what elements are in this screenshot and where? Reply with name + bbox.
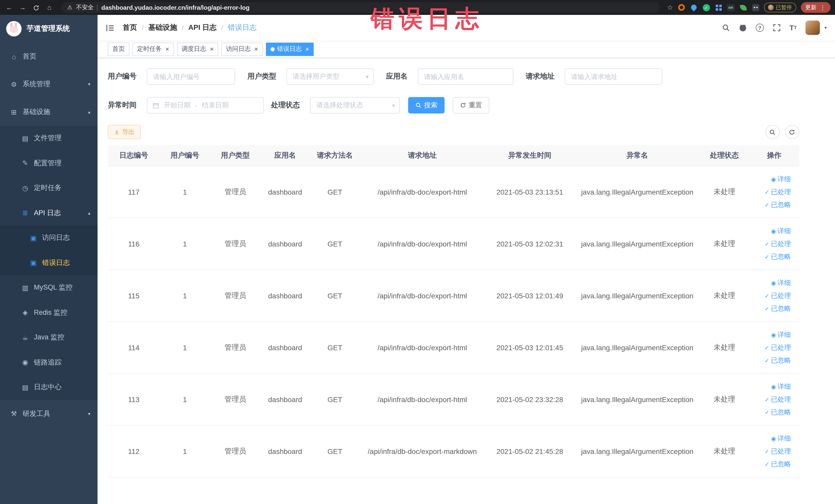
detail-link[interactable]: ◉详细 bbox=[771, 434, 791, 443]
sidebar-item-access-log[interactable]: ▣ 访问日志 bbox=[0, 225, 98, 250]
paw-extension-icon[interactable] bbox=[752, 4, 759, 11]
fullscreen-icon[interactable] bbox=[773, 24, 781, 32]
eye-icon: ◉ bbox=[771, 332, 776, 338]
user-avatar[interactable] bbox=[806, 21, 820, 35]
sidebar-item-dev-tools[interactable]: ⚒ 研发工具 ▾ bbox=[0, 400, 98, 427]
cell-actions: ◉详细✓已处理✓已忽略 bbox=[749, 218, 799, 270]
github-icon[interactable] bbox=[739, 24, 747, 32]
tab-close-icon[interactable]: × bbox=[305, 46, 309, 53]
browser-menu-icon[interactable]: ⋮ bbox=[820, 4, 826, 11]
processed-link[interactable]: ✓已处理 bbox=[765, 395, 791, 404]
processed-link[interactable]: ✓已处理 bbox=[765, 291, 791, 300]
bookmark-star-icon[interactable]: ☆ bbox=[667, 4, 673, 11]
sidebar-item-java[interactable]: ☕ Java 监控 bbox=[0, 325, 98, 350]
ignored-link[interactable]: ✓已忽略 bbox=[765, 252, 791, 261]
processed-link[interactable]: ✓已处理 bbox=[765, 239, 791, 248]
sidebar-item-config[interactable]: ✎ 配置管理 bbox=[0, 151, 98, 176]
forward-icon[interactable]: → bbox=[18, 4, 27, 11]
security-label[interactable]: 不安全 bbox=[76, 4, 94, 11]
export-button[interactable]: 导出 bbox=[108, 125, 141, 139]
request-url-input[interactable] bbox=[565, 68, 662, 85]
ignored-link[interactable]: ✓已忽略 bbox=[765, 408, 791, 417]
url-text[interactable]: dashboard.yudao.iocoder.cn/infra/log/api… bbox=[101, 4, 249, 11]
java-icon: ☕ bbox=[21, 334, 29, 341]
chevron-down-icon: ▾ bbox=[392, 102, 395, 108]
sidebar-item-redis[interactable]: ◈ Redis 监控 bbox=[0, 300, 98, 325]
breadcrumb-item[interactable]: 基础设施 bbox=[148, 23, 177, 32]
detail-link[interactable]: ◉详细 bbox=[771, 278, 791, 287]
user-id-input[interactable] bbox=[147, 68, 235, 85]
tab-错误日志[interactable]: 错误日志 × bbox=[266, 42, 314, 56]
tab-访问日志[interactable]: 访问日志 × bbox=[221, 42, 263, 56]
sidebar-item-job[interactable]: ◷ 定时任务 bbox=[0, 176, 98, 201]
browser-update-button[interactable]: 更新 ⋮ bbox=[801, 2, 830, 13]
detail-link[interactable]: ◉详细 bbox=[771, 382, 791, 391]
tampermonkey-paused-badge[interactable]: 已暂停 bbox=[764, 3, 796, 12]
sidebar-menu: ⌂ 首页 ⚙ 系统管理 ▾ ⊞ 基础设施 ▴ ▤ 文件管理 ✎ 配置管理 ◷ 定… bbox=[0, 43, 98, 427]
avatar-caret-icon[interactable]: ▾ bbox=[824, 25, 827, 30]
detail-link[interactable]: ◉详细 bbox=[771, 226, 791, 236]
browser-home-icon[interactable]: ⌂ bbox=[45, 4, 54, 11]
sidebar-item-home[interactable]: ⌂ 首页 bbox=[0, 43, 98, 70]
processed-link[interactable]: ✓已处理 bbox=[765, 343, 791, 352]
ignored-link[interactable]: ✓已忽略 bbox=[765, 200, 791, 209]
processed-link[interactable]: ✓已处理 bbox=[765, 187, 791, 197]
sidebar-toggle-icon[interactable] bbox=[106, 23, 115, 32]
refresh-table-button[interactable] bbox=[785, 125, 799, 139]
tab-close-icon[interactable]: × bbox=[254, 46, 258, 53]
breadcrumb-separator: / bbox=[142, 24, 144, 32]
breadcrumb-item[interactable]: API 日志 bbox=[188, 23, 217, 32]
exception-time-range-picker[interactable]: 开始日期 - 结束日期 bbox=[147, 97, 264, 114]
tools-icon: ⚒ bbox=[10, 410, 18, 418]
tab-调度日志[interactable]: 调度日志 × bbox=[177, 42, 218, 56]
sidebar-item-api-log[interactable]: ≣ API 日志 ▴ bbox=[0, 201, 98, 225]
reset-button[interactable]: 重置 bbox=[453, 97, 489, 114]
ignored-link[interactable]: ✓已忽略 bbox=[765, 356, 791, 365]
cell-method: GET bbox=[309, 374, 360, 425]
tab-定时任务[interactable]: 定时任务 × bbox=[133, 42, 174, 56]
app-name-input[interactable] bbox=[418, 68, 513, 85]
font-size-icon[interactable]: TT bbox=[790, 24, 797, 31]
sidebar-item-log-center[interactable]: ▤ 日志中心 bbox=[0, 375, 98, 400]
on-badge-extension-icon[interactable]: on bbox=[727, 4, 735, 11]
detail-link[interactable]: ◉详细 bbox=[771, 175, 791, 184]
ignored-link[interactable]: ✓已忽略 bbox=[765, 304, 791, 313]
sidebar-item-system[interactable]: ⚙ 系统管理 ▾ bbox=[0, 70, 98, 98]
app-logo[interactable]: 芋道管理系统 bbox=[0, 15, 98, 43]
processed-link[interactable]: ✓已处理 bbox=[765, 447, 791, 456]
address-bar[interactable]: ⚠ 不安全 dashboard.yudao.iocoder.cn/infra/l… bbox=[61, 2, 660, 13]
error-log-table: 日志编号用户编号用户类型应用名请求方法名请求地址异常发生时间异常名处理状态操作 … bbox=[108, 145, 799, 478]
reload-icon[interactable] bbox=[31, 4, 41, 11]
cell-method: GET bbox=[309, 270, 360, 322]
process-status-select[interactable]: 请选择处理状态 ▾ bbox=[310, 97, 400, 114]
breadcrumb-item[interactable]: 首页 bbox=[123, 23, 137, 32]
search-button[interactable]: 搜索 bbox=[408, 97, 445, 114]
cell-time: 2021-05-03 12:02:31 bbox=[485, 218, 575, 270]
sidebar-item-file[interactable]: ▤ 文件管理 bbox=[0, 126, 98, 151]
ignored-link[interactable]: ✓已忽略 bbox=[765, 460, 791, 469]
recorder-extension-icon[interactable] bbox=[678, 4, 685, 11]
eyedropper-extension-icon[interactable] bbox=[690, 4, 698, 11]
detail-link[interactable]: ◉详细 bbox=[771, 330, 791, 339]
sidebar-item-infra[interactable]: ⊞ 基础设施 ▴ bbox=[0, 98, 98, 126]
sidebar-item-trace[interactable]: ◉ 链路追踪 bbox=[0, 350, 98, 375]
check-extension-icon[interactable]: ✓ bbox=[702, 4, 710, 11]
sidebar-item-label: 定时任务 bbox=[34, 184, 62, 193]
sidebar-item-error-log[interactable]: ▣ 错误日志 bbox=[0, 250, 98, 275]
cell-status: 未处理 bbox=[699, 270, 749, 322]
apps-grid-extension-icon[interactable] bbox=[715, 4, 722, 11]
home-icon: ⌂ bbox=[10, 53, 18, 60]
user-type-select[interactable]: 请选择用户类型 ▾ bbox=[286, 68, 374, 85]
back-icon[interactable]: ← bbox=[5, 4, 14, 11]
tab-close-icon[interactable]: × bbox=[165, 46, 169, 53]
tab-close-icon[interactable]: × bbox=[210, 46, 213, 53]
cell-actions: ◉详细✓已处理✓已忽略 bbox=[749, 270, 799, 322]
leaf-extension-icon[interactable] bbox=[739, 4, 747, 11]
sidebar-item-mysql[interactable]: ▥ MySQL 监控 bbox=[0, 275, 98, 300]
folder-icon: ▤ bbox=[21, 135, 29, 142]
search-icon[interactable] bbox=[722, 24, 730, 32]
help-icon[interactable]: ? bbox=[756, 24, 764, 32]
cell-method: GET bbox=[309, 218, 360, 270]
tab-首页[interactable]: 首页 bbox=[108, 42, 129, 56]
toggle-search-button[interactable] bbox=[765, 125, 779, 139]
